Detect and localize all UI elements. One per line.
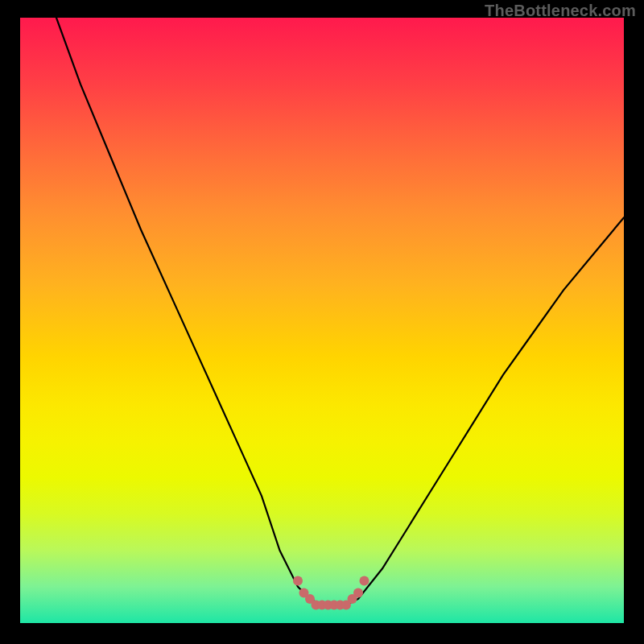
highlight-dot [305,594,315,604]
highlight-dot [348,594,357,604]
chart-plot-area [20,18,624,623]
highlight-dot [353,588,363,597]
highlight-dot [312,600,321,609]
highlight-dot [329,600,339,609]
bottleneck-curve-svg [20,18,624,623]
highlight-dot [293,576,303,585]
highlight-dot [360,576,369,585]
highlight-dot [299,588,309,597]
bottleneck-curve-path [56,18,624,605]
highlight-dot [341,600,351,609]
highlight-dot [317,600,327,609]
highlight-dot [336,600,345,609]
highlight-dot [324,600,333,609]
highlight-marker-group [293,576,369,609]
